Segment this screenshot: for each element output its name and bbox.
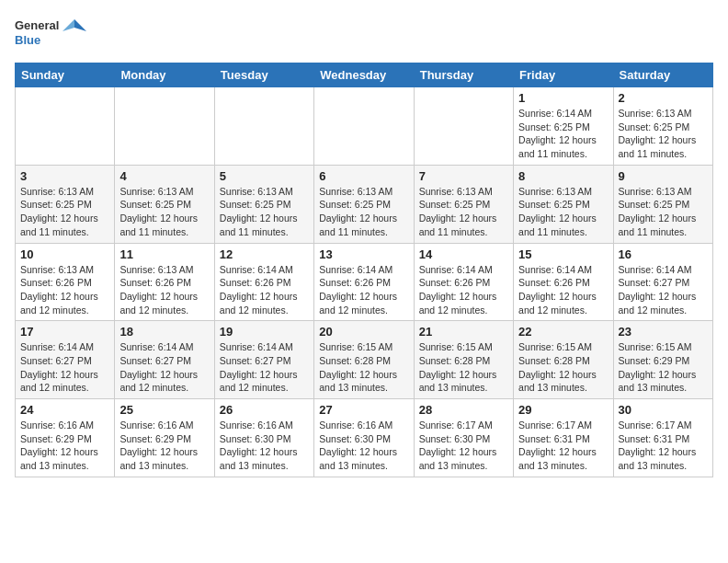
calendar-cell (115, 87, 214, 166)
day-info: Sunrise: 6:17 AM Sunset: 6:31 PM Dayligh… (619, 419, 708, 473)
calendar-cell: 29Sunrise: 6:17 AM Sunset: 6:31 PM Dayli… (514, 399, 613, 477)
calendar-body: 1Sunrise: 6:14 AM Sunset: 6:25 PM Daylig… (16, 87, 713, 477)
calendar-cell: 4Sunrise: 6:13 AM Sunset: 6:25 PM Daylig… (115, 165, 214, 243)
day-info: Sunrise: 6:13 AM Sunset: 6:25 PM Dayligh… (619, 107, 708, 161)
day-number: 3 (20, 169, 109, 183)
day-info: Sunrise: 6:16 AM Sunset: 6:29 PM Dayligh… (119, 419, 209, 473)
day-info: Sunrise: 6:15 AM Sunset: 6:28 PM Dayligh… (518, 340, 608, 395)
day-info: Sunrise: 6:14 AM Sunset: 6:26 PM Dayligh… (319, 263, 408, 317)
day-info: Sunrise: 6:14 AM Sunset: 6:26 PM Dayligh… (419, 263, 508, 317)
svg-marker-2 (74, 19, 86, 31)
day-info: Sunrise: 6:13 AM Sunset: 6:25 PM Dayligh… (20, 185, 109, 239)
logo-svg: General Blue (15, 15, 88, 52)
calendar-cell: 3Sunrise: 6:13 AM Sunset: 6:25 PM Daylig… (16, 165, 115, 243)
day-info: Sunrise: 6:14 AM Sunset: 6:27 PM Dayligh… (619, 263, 708, 317)
calendar-cell (214, 87, 313, 166)
calendar-cell: 2Sunrise: 6:13 AM Sunset: 6:25 PM Daylig… (613, 87, 712, 166)
day-info: Sunrise: 6:17 AM Sunset: 6:30 PM Dayligh… (419, 419, 508, 473)
day-info: Sunrise: 6:15 AM Sunset: 6:28 PM Dayligh… (419, 340, 508, 395)
day-number: 11 (119, 247, 209, 261)
calendar-cell: 17Sunrise: 6:14 AM Sunset: 6:27 PM Dayli… (16, 321, 115, 399)
calendar-week-row: 24Sunrise: 6:16 AM Sunset: 6:29 PM Dayli… (16, 399, 713, 477)
day-number: 15 (518, 247, 608, 261)
day-info: Sunrise: 6:16 AM Sunset: 6:30 PM Dayligh… (220, 419, 309, 473)
day-number: 8 (518, 169, 608, 183)
calendar-cell (414, 87, 513, 166)
calendar-cell: 30Sunrise: 6:17 AM Sunset: 6:31 PM Dayli… (613, 399, 712, 477)
day-number: 17 (20, 325, 109, 339)
calendar-cell: 23Sunrise: 6:15 AM Sunset: 6:29 PM Dayli… (613, 321, 712, 399)
calendar-cell: 10Sunrise: 6:13 AM Sunset: 6:26 PM Dayli… (16, 243, 115, 321)
day-info: Sunrise: 6:14 AM Sunset: 6:27 PM Dayligh… (220, 340, 309, 395)
calendar-cell: 26Sunrise: 6:16 AM Sunset: 6:30 PM Dayli… (214, 399, 313, 477)
calendar-cell: 9Sunrise: 6:13 AM Sunset: 6:25 PM Daylig… (613, 165, 712, 243)
day-info: Sunrise: 6:16 AM Sunset: 6:30 PM Dayligh… (319, 419, 408, 473)
page-header: General Blue (15, 15, 713, 52)
day-number: 27 (319, 403, 408, 417)
calendar-cell: 12Sunrise: 6:14 AM Sunset: 6:26 PM Dayli… (214, 243, 313, 321)
day-number: 20 (319, 325, 408, 339)
calendar-week-row: 1Sunrise: 6:14 AM Sunset: 6:25 PM Daylig… (16, 87, 713, 166)
day-number: 28 (419, 403, 508, 417)
svg-text:General: General (15, 18, 59, 32)
svg-text:Blue: Blue (15, 33, 40, 47)
calendar-week-row: 17Sunrise: 6:14 AM Sunset: 6:27 PM Dayli… (16, 321, 713, 399)
calendar-cell: 20Sunrise: 6:15 AM Sunset: 6:28 PM Dayli… (314, 321, 414, 399)
day-number: 10 (20, 247, 109, 261)
calendar-cell: 15Sunrise: 6:14 AM Sunset: 6:26 PM Dayli… (514, 243, 613, 321)
weekday-header: Thursday (414, 63, 513, 87)
weekday-header: Tuesday (214, 63, 313, 87)
day-number: 22 (518, 325, 608, 339)
day-number: 12 (220, 247, 309, 261)
day-info: Sunrise: 6:14 AM Sunset: 6:25 PM Dayligh… (518, 107, 608, 161)
day-info: Sunrise: 6:14 AM Sunset: 6:26 PM Dayligh… (518, 263, 608, 317)
day-number: 14 (419, 247, 508, 261)
calendar-cell: 21Sunrise: 6:15 AM Sunset: 6:28 PM Dayli… (414, 321, 513, 399)
calendar-cell: 14Sunrise: 6:14 AM Sunset: 6:26 PM Dayli… (414, 243, 513, 321)
day-info: Sunrise: 6:13 AM Sunset: 6:25 PM Dayligh… (619, 185, 708, 239)
day-number: 6 (319, 169, 408, 183)
day-info: Sunrise: 6:13 AM Sunset: 6:25 PM Dayligh… (319, 185, 408, 239)
svg-marker-3 (63, 19, 74, 31)
calendar-cell: 28Sunrise: 6:17 AM Sunset: 6:30 PM Dayli… (414, 399, 513, 477)
calendar-cell: 11Sunrise: 6:13 AM Sunset: 6:26 PM Dayli… (115, 243, 214, 321)
day-number: 5 (220, 169, 309, 183)
calendar-week-row: 3Sunrise: 6:13 AM Sunset: 6:25 PM Daylig… (16, 165, 713, 243)
day-info: Sunrise: 6:15 AM Sunset: 6:29 PM Dayligh… (619, 340, 708, 395)
weekday-header: Saturday (613, 63, 712, 87)
calendar-cell: 6Sunrise: 6:13 AM Sunset: 6:25 PM Daylig… (314, 165, 414, 243)
calendar-cell: 7Sunrise: 6:13 AM Sunset: 6:25 PM Daylig… (414, 165, 513, 243)
calendar-cell: 8Sunrise: 6:13 AM Sunset: 6:25 PM Daylig… (514, 165, 613, 243)
day-info: Sunrise: 6:16 AM Sunset: 6:29 PM Dayligh… (20, 419, 109, 473)
day-number: 23 (619, 325, 708, 339)
day-info: Sunrise: 6:13 AM Sunset: 6:25 PM Dayligh… (518, 185, 608, 239)
calendar-week-row: 10Sunrise: 6:13 AM Sunset: 6:26 PM Dayli… (16, 243, 713, 321)
day-info: Sunrise: 6:13 AM Sunset: 6:25 PM Dayligh… (220, 185, 309, 239)
day-number: 25 (119, 403, 209, 417)
calendar: SundayMondayTuesdayWednesdayThursdayFrid… (15, 63, 713, 477)
day-number: 26 (220, 403, 309, 417)
day-number: 7 (419, 169, 508, 183)
day-info: Sunrise: 6:17 AM Sunset: 6:31 PM Dayligh… (518, 419, 608, 473)
calendar-cell: 24Sunrise: 6:16 AM Sunset: 6:29 PM Dayli… (16, 399, 115, 477)
day-number: 2 (619, 91, 708, 105)
weekday-header: Wednesday (314, 63, 414, 87)
calendar-cell (16, 87, 115, 166)
day-info: Sunrise: 6:13 AM Sunset: 6:26 PM Dayligh… (119, 263, 209, 317)
weekday-header: Monday (115, 63, 214, 87)
calendar-cell (314, 87, 414, 166)
calendar-cell: 13Sunrise: 6:14 AM Sunset: 6:26 PM Dayli… (314, 243, 414, 321)
logo: General Blue (15, 15, 88, 52)
day-info: Sunrise: 6:14 AM Sunset: 6:26 PM Dayligh… (220, 263, 309, 317)
day-number: 30 (619, 403, 708, 417)
calendar-cell: 5Sunrise: 6:13 AM Sunset: 6:25 PM Daylig… (214, 165, 313, 243)
day-info: Sunrise: 6:13 AM Sunset: 6:26 PM Dayligh… (20, 263, 109, 317)
day-info: Sunrise: 6:15 AM Sunset: 6:28 PM Dayligh… (319, 340, 408, 395)
calendar-cell: 22Sunrise: 6:15 AM Sunset: 6:28 PM Dayli… (514, 321, 613, 399)
day-info: Sunrise: 6:14 AM Sunset: 6:27 PM Dayligh… (119, 340, 209, 395)
day-info: Sunrise: 6:13 AM Sunset: 6:25 PM Dayligh… (119, 185, 209, 239)
day-number: 24 (20, 403, 109, 417)
weekday-header: Sunday (16, 63, 115, 87)
calendar-cell: 1Sunrise: 6:14 AM Sunset: 6:25 PM Daylig… (514, 87, 613, 166)
day-number: 1 (518, 91, 608, 105)
